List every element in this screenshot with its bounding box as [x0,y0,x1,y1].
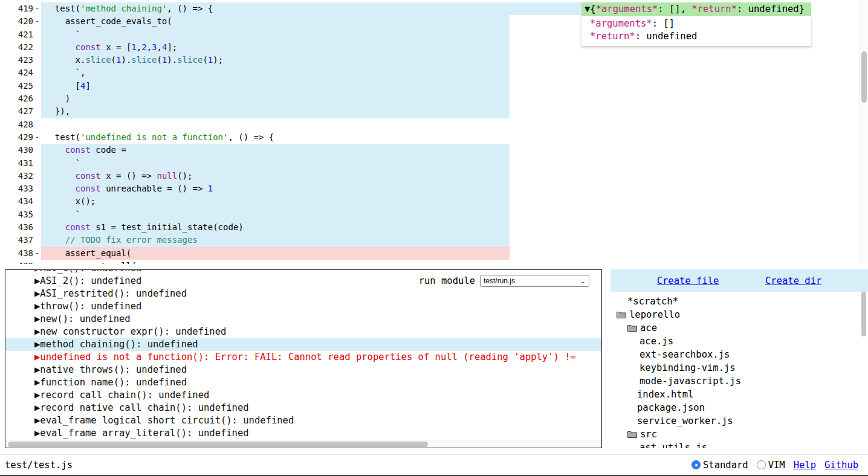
test-result-entry[interactable]: ▶function name(): undefined [5,376,601,389]
file-tree-item[interactable]: service_worker.js [611,414,868,428]
test-result-entry[interactable]: ▶throw(): undefined [5,300,601,313]
keybinding-standard-option[interactable]: Standard [691,460,748,471]
test-result-entry[interactable]: ▶eval_frame array_literal(): undefined [5,427,601,440]
code-line[interactable]: `, [41,66,510,79]
line-number[interactable]: 431 [0,157,41,170]
code-line[interactable]: assert_code_evals_to( [41,15,510,28]
test-result-entry[interactable]: ▶new(): undefined [5,313,601,326]
line-number[interactable]: 419- [0,2,41,15]
code-line[interactable]: ) [41,92,510,105]
line-number[interactable]: 436 [0,221,41,234]
line-number[interactable]: 438- [0,247,41,260]
file-tree-item[interactable]: src [611,428,868,441]
help-link[interactable]: Help [794,460,816,471]
file-tree-item[interactable]: *scratch* [611,295,868,308]
code-line[interactable]: ` [41,28,510,41]
line-number[interactable]: 424 [0,66,41,79]
code-line[interactable]: assert_call( [41,260,137,264]
github-link[interactable]: Github [824,460,858,471]
console-hscrollbar-thumb[interactable] [8,442,428,447]
code-line[interactable]: const x = [1,2,3,4]; [41,41,510,54]
code-line[interactable]: ` [41,208,510,221]
line-number[interactable]: 430 [0,144,41,156]
code-line[interactable]: x(); [41,195,510,208]
test-result-entry[interactable]: ▶undefined is not a function(): Error: F… [5,351,601,364]
code-line[interactable]: test('undefined is not a function', () =… [41,131,274,144]
collapse-icon[interactable]: ▼ [585,4,590,14]
expand-icon[interactable]: ▶ [34,364,40,375]
line-number[interactable]: 435 [0,208,41,221]
radio-standard[interactable] [691,460,701,469]
expand-icon[interactable]: ▶ [34,402,40,413]
code-line[interactable]: ` [41,157,510,170]
line-number[interactable]: 432 [0,170,41,182]
create-dir-link[interactable]: Create dir [765,275,821,286]
test-result-entry[interactable]: ▶native throws(): undefined [5,364,601,376]
file-tree-item[interactable]: ace [611,321,868,335]
line-number[interactable]: 426 [0,92,41,105]
line-number[interactable]: 422 [0,41,41,54]
files-scrollbar-thumb[interactable] [861,292,866,336]
tooltip-header[interactable]: ▼{*arguments*: [], *return*: undefined} [581,2,811,16]
line-number[interactable]: 421 [0,28,41,41]
fold-icon[interactable]: - [33,247,41,260]
code-line[interactable]: const code = [41,144,510,156]
fold-icon[interactable]: - [33,15,41,28]
expand-icon[interactable]: ▶ [34,269,40,274]
code-line[interactable]: const s1 = test_initial_state(code) [41,221,510,234]
code-line[interactable] [41,118,45,131]
code-line[interactable]: const x = () => null(); [41,170,510,182]
fold-icon[interactable]: - [33,2,41,15]
file-tree-item[interactable]: ace.js [611,335,868,348]
line-number[interactable]: 437 [0,234,41,246]
expand-icon[interactable]: ▶ [34,301,40,312]
create-file-link[interactable]: Create file [657,275,719,286]
line-number[interactable]: 429- [0,131,41,144]
file-tree-item[interactable]: package.json [611,401,868,414]
test-result-entry[interactable]: ▶eval_frame logical short circuit(): und… [5,414,601,427]
expand-icon[interactable]: ▶ [34,275,40,286]
line-number[interactable]: 428 [0,118,41,131]
radio-vim[interactable] [757,460,766,469]
file-tree-item[interactable]: ext-searchbox.js [611,348,868,361]
editor-scrollbar-thumb[interactable] [861,51,867,103]
code-line[interactable]: [4] [41,80,510,92]
code-line[interactable]: // TODO fix error messages [41,234,510,246]
test-result-entry[interactable]: ▶ASI_restrited(): undefined [5,288,601,300]
console-hscrollbar[interactable] [5,440,601,448]
expand-icon[interactable]: ▶ [34,339,40,350]
test-result-entry[interactable]: ▶ASI_1(): undefined [5,269,601,275]
code-line[interactable]: }), [41,105,510,118]
line-number[interactable]: 420- [0,15,41,28]
test-result-entry[interactable]: ▶method chaining(): undefined [5,338,601,351]
code-line[interactable]: assert_equal( [41,247,510,260]
test-result-entry[interactable]: ▶record call chain(): undefined [5,389,601,402]
expand-icon[interactable]: ▶ [34,377,40,388]
expand-icon[interactable]: ▶ [34,390,40,400]
line-number[interactable]: 434 [0,195,41,208]
line-number[interactable]: 427 [0,105,41,118]
keybinding-vim-option[interactable]: VIM [757,460,785,471]
file-tree-item[interactable]: mode-javascript.js [611,375,868,388]
fold-icon[interactable]: - [33,131,41,144]
code-line[interactable]: x.slice(1).slice(1).slice(1); [41,54,510,66]
test-result-entry[interactable]: ▶record native call chain(): undefined [5,402,601,414]
expand-icon[interactable]: ▶ [34,314,40,324]
test-result-entry[interactable]: ▶new constructor expr(): undefined [5,326,601,338]
expand-icon[interactable]: ▶ [34,428,40,439]
line-number[interactable]: 425 [0,80,41,92]
file-tree-item[interactable]: leporello [611,308,868,321]
expand-icon[interactable]: ▶ [34,415,40,426]
file-tree-item[interactable]: keybinding-vim.js [611,361,868,375]
expand-icon[interactable]: ▶ [34,352,40,362]
expand-icon[interactable]: ▶ [34,326,40,337]
file-tree-item[interactable]: ast_utils.js [611,441,868,448]
file-tree-item[interactable]: index.html [611,388,868,401]
line-number[interactable]: 433 [0,182,41,195]
code-line[interactable]: const unreachable = () => 1 [41,182,510,195]
code-line[interactable]: test('method chaining', () => { [41,2,581,15]
line-number[interactable]: 439 [0,260,41,264]
editor-scrollbar[interactable] [860,0,868,264]
module-select[interactable]: test/run.js ⌄ [480,275,589,287]
line-number[interactable]: 423 [0,54,41,66]
